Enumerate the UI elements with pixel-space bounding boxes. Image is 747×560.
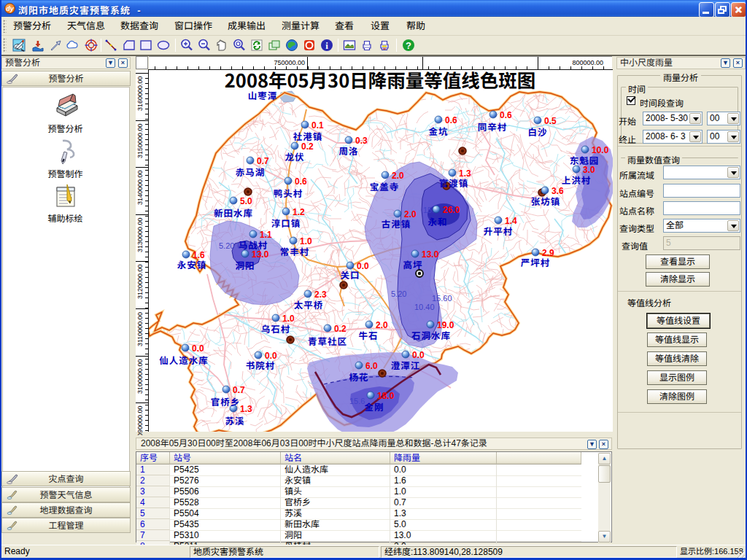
svg-text:26.0: 26.0 [443, 205, 460, 215]
svg-text:宝盖寺: 宝盖寺 [370, 179, 400, 193]
svg-text:古港镇: 古港镇 [382, 217, 411, 230]
svg-text:石洞水库: 石洞水库 [411, 328, 451, 342]
svg-text:太平桥: 太平桥 [294, 298, 324, 311]
svg-text:1.3: 1.3 [240, 404, 252, 414]
svg-text:鸭头村: 鸭头村 [274, 186, 303, 200]
svg-text:13.0: 13.0 [422, 249, 439, 260]
svg-text:0.0: 0.0 [192, 343, 204, 354]
svg-text:15.6: 15.6 [349, 397, 365, 405]
svg-text:洞阳: 洞阳 [235, 258, 255, 272]
svg-text:15.60: 15.60 [432, 294, 452, 303]
svg-text:i: i [325, 40, 328, 51]
svg-text:5.20: 5.20 [391, 289, 406, 298]
svg-text:永和: 永和 [427, 214, 447, 228]
svg-text:上洪村: 上洪村 [562, 173, 592, 187]
svg-text:?: ? [406, 40, 411, 51]
svg-text:0.6: 0.6 [500, 110, 512, 120]
svg-text:书院村: 书院村 [246, 358, 276, 372]
svg-text:乌石村: 乌石村 [261, 322, 291, 335]
svg-text:牛石: 牛石 [358, 328, 378, 342]
svg-text:青草社区: 青草社区 [308, 334, 347, 348]
svg-text:0.6: 0.6 [295, 176, 307, 187]
svg-text:10.40: 10.40 [414, 303, 435, 311]
svg-text:永安镇: 永安镇 [177, 257, 207, 271]
svg-text:赤马湖: 赤马湖 [236, 165, 266, 179]
svg-text:苏溪: 苏溪 [225, 413, 244, 427]
svg-text:金坑: 金坑 [428, 124, 448, 138]
svg-text:升平村: 升平村 [484, 224, 514, 238]
svg-text:关口: 关口 [340, 268, 360, 281]
svg-text:5.20: 5.20 [219, 241, 234, 250]
svg-text:2008年05月30日降雨量等值线色斑图: 2008年05月30日降雨量等值线色斑图 [225, 70, 535, 93]
svg-text:白沙: 白沙 [527, 125, 547, 139]
svg-text:高坪: 高坪 [403, 257, 422, 271]
svg-text:常丰村: 常丰村 [280, 244, 310, 258]
svg-text:严坪村: 严坪村 [521, 255, 551, 269]
svg-text:龙伏: 龙伏 [285, 149, 304, 163]
svg-text:0.7: 0.7 [233, 385, 245, 395]
svg-text:淳口镇: 淳口镇 [271, 216, 301, 230]
svg-text:金刚: 金刚 [364, 400, 384, 413]
svg-text:仙人造水库: 仙人造水库 [159, 353, 209, 367]
svg-text:同辛村: 同辛村 [478, 120, 508, 133]
svg-text:澄潭江: 澄潭江 [391, 358, 421, 372]
svg-text:官渡镇: 官渡镇 [439, 176, 469, 190]
svg-text:周洛: 周洛 [338, 144, 358, 158]
svg-text:5.0: 5.0 [240, 196, 252, 206]
svg-text:新田水库: 新田水库 [214, 206, 253, 219]
svg-text:杨花: 杨花 [349, 370, 368, 384]
svg-text:0.2: 0.2 [334, 324, 347, 334]
svg-text:官桥乡: 官桥乡 [211, 394, 241, 408]
svg-text:张坊镇: 张坊镇 [531, 194, 561, 208]
